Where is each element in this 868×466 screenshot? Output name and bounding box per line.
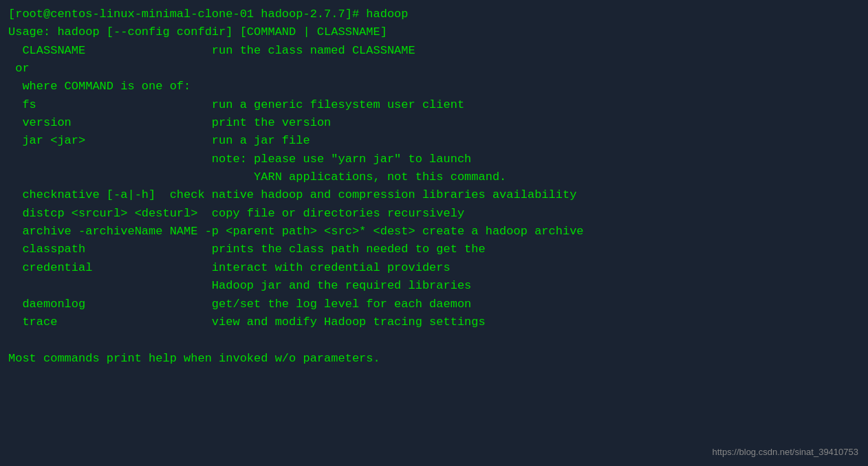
terminal-window: [root@centos-linux-minimal-clone-01 hado…	[0, 0, 868, 466]
watermark: https://blog.csdn.net/sinat_39410753	[713, 445, 859, 459]
terminal-output: [root@centos-linux-minimal-clone-01 hado…	[8, 5, 860, 368]
